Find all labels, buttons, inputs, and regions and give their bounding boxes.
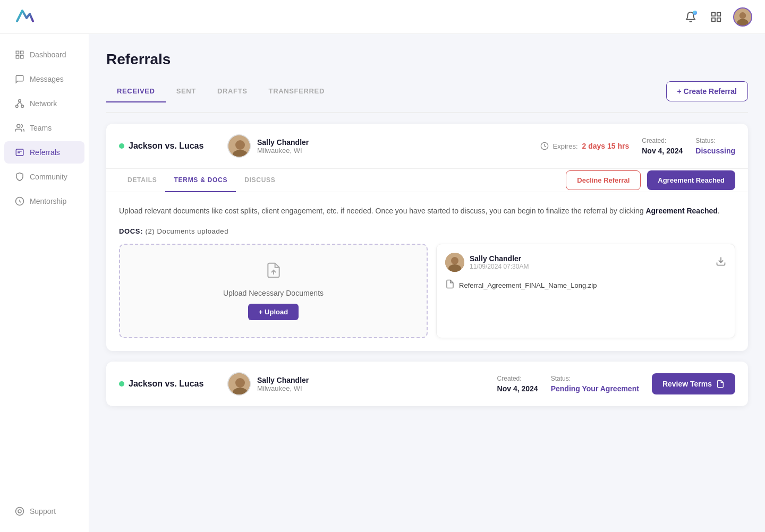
inner-tab-details[interactable]: DETAILS	[119, 169, 165, 192]
logo	[13, 4, 36, 30]
description-bold-1: Agreement Reached	[645, 207, 717, 215]
sidebar-label-support: Support	[30, 507, 56, 516]
expires-section-1: Expires: 2 days 15 hrs	[540, 142, 630, 150]
svg-rect-7	[16, 51, 19, 54]
svg-rect-3	[717, 18, 720, 21]
status-section-2: Status: Pending Your Agreement	[551, 375, 639, 393]
svg-point-11	[19, 100, 21, 102]
created-label-2: Created:	[497, 375, 538, 382]
case-name-label-1: Jackson vs. Lucas	[129, 141, 203, 151]
tab-transferred[interactable]: TRANSFERRED	[258, 81, 335, 102]
sidebar-item-support[interactable]: Support	[4, 500, 84, 522]
inner-tab-discuss[interactable]: DISCUSS	[236, 169, 284, 192]
created-section-1: Created: Nov 4, 2024	[642, 137, 683, 155]
docs-count-1: (2) Documents uploaded	[145, 227, 228, 235]
doc-avatar-1	[445, 253, 464, 272]
tab-drafts[interactable]: DRAFTS	[207, 81, 258, 102]
upload-box: Upload Necessary Documents + Upload	[119, 244, 428, 338]
svg-point-33	[235, 378, 245, 388]
agent-location-2: Milwaukee, WI	[257, 384, 309, 392]
status-label-1: Status:	[695, 137, 735, 144]
description-text-1: Upload relevant documents like cost spli…	[119, 205, 735, 217]
doc-card-header-1: Sally Chandler 11/09/2024 07:30AM	[445, 253, 726, 272]
decline-referral-button[interactable]: Decline Referral	[566, 170, 641, 190]
agent-info-2: Sally Chandler Milwaukee, WI	[227, 372, 484, 396]
upload-btn-label: + Upload	[259, 308, 288, 316]
sidebar-item-mentorship[interactable]: Mentorship	[4, 190, 84, 212]
inner-tab-actions: Decline Referral Agreement Reached	[566, 170, 735, 190]
referral-card-2: Jackson vs. Lucas Sally Chandler Milwauk…	[106, 362, 748, 406]
notification-bell-icon[interactable]	[682, 8, 699, 25]
review-terms-button[interactable]: Review Terms	[652, 373, 735, 394]
create-referral-button[interactable]: + Create Referral	[666, 81, 748, 101]
sidebar: Dashboard Messages Network Teams Referra…	[0, 34, 89, 532]
document-card-1: Sally Chandler 11/09/2024 07:30AM	[436, 244, 735, 338]
header-right	[682, 7, 752, 27]
notification-dot	[693, 11, 697, 15]
doc-agent-name-1: Sally Chandler	[470, 254, 529, 263]
layout-icon[interactable]	[708, 8, 725, 25]
status-dot-2	[119, 381, 124, 387]
agent-details-1: Sally Chandler Milwaukee, WI	[257, 138, 309, 155]
svg-point-21	[16, 508, 24, 516]
agent-details-2: Sally Chandler Milwaukee, WI	[257, 376, 309, 392]
docs-label-text: DOCS:	[119, 227, 143, 235]
upload-file-icon	[265, 262, 282, 282]
svg-rect-2	[712, 18, 715, 21]
docs-row-1: Upload Necessary Documents + Upload	[119, 244, 735, 338]
download-icon[interactable]	[716, 256, 726, 269]
status-dot-1	[119, 143, 124, 149]
svg-point-16	[17, 124, 20, 127]
svg-point-24	[235, 140, 245, 150]
status-value-1: Discussing	[695, 147, 735, 155]
status-label-2: Status:	[551, 375, 639, 382]
sidebar-item-referrals[interactable]: Referrals	[4, 141, 84, 164]
sidebar-label-network: Network	[30, 99, 57, 108]
svg-rect-8	[21, 51, 23, 54]
case-name-label-2: Jackson vs. Lucas	[129, 379, 203, 389]
referral-header-1: Jackson vs. Lucas Sally Chandler Milwauk…	[106, 124, 748, 168]
agreement-reached-button[interactable]: Agreement Reached	[647, 170, 735, 190]
agent-location-1: Milwaukee, WI	[257, 147, 309, 155]
sidebar-item-teams[interactable]: Teams	[4, 117, 84, 139]
svg-point-6	[737, 19, 748, 26]
status-section-1: Status: Discussing	[695, 137, 735, 155]
case-name-2: Jackson vs. Lucas	[119, 379, 215, 389]
expires-value-1: 2 days 15 hrs	[582, 142, 630, 150]
doc-file-row-1: Referral_Agreement_FINAL_Name_Long.zip	[445, 279, 726, 291]
user-avatar[interactable]	[733, 7, 752, 27]
doc-file-name-1: Referral_Agreement_FINAL_Name_Long.zip	[459, 281, 597, 289]
referral-header-2: Jackson vs. Lucas Sally Chandler Milwauk…	[106, 362, 748, 406]
sidebar-label-messages: Messages	[30, 75, 64, 83]
sidebar-item-community[interactable]: Community	[4, 166, 84, 188]
referral-card-1: Jackson vs. Lucas Sally Chandler Milwauk…	[106, 124, 748, 351]
main-content: Referrals RECEIVED SENT DRAFTS TRANSFERR…	[89, 34, 765, 532]
sidebar-label-dashboard: Dashboard	[30, 50, 66, 59]
sidebar-item-network[interactable]: Network	[4, 92, 84, 115]
header	[0, 0, 765, 34]
created-value-2: Nov 4, 2024	[497, 384, 538, 393]
svg-point-22	[18, 510, 21, 513]
status-value-2: Pending Your Agreement	[551, 384, 639, 393]
doc-file-icon	[445, 279, 455, 291]
description-part-1: Upload relevant documents like cost spli…	[119, 207, 644, 215]
expires-label-1: Expires:	[553, 142, 578, 150]
tab-received[interactable]: RECEIVED	[106, 81, 166, 102]
inner-tab-terms-docs[interactable]: TERMS & DOCS	[165, 169, 236, 192]
svg-rect-9	[16, 56, 19, 58]
svg-line-14	[17, 102, 20, 105]
doc-agent-info-1: Sally Chandler 11/09/2024 07:30AM	[470, 254, 529, 270]
sidebar-item-messages[interactable]: Messages	[4, 68, 84, 90]
upload-label-text: Upload Necessary Documents	[223, 289, 324, 297]
upload-button[interactable]: + Upload	[248, 304, 299, 320]
docs-label-1: DOCS: (2) Documents uploaded	[119, 227, 735, 235]
sidebar-label-teams: Teams	[30, 124, 52, 132]
svg-point-29	[451, 257, 458, 264]
agent-info-1: Sally Chandler Milwaukee, WI	[227, 134, 528, 158]
tab-sent[interactable]: SENT	[166, 81, 207, 102]
agent-avatar-1	[227, 134, 251, 158]
created-section-2: Created: Nov 4, 2024	[497, 375, 538, 393]
sidebar-item-dashboard[interactable]: Dashboard	[4, 44, 84, 66]
referral-tabs: RECEIVED SENT DRAFTS TRANSFERRED	[106, 81, 666, 101]
agent-name-1: Sally Chandler	[257, 138, 309, 147]
